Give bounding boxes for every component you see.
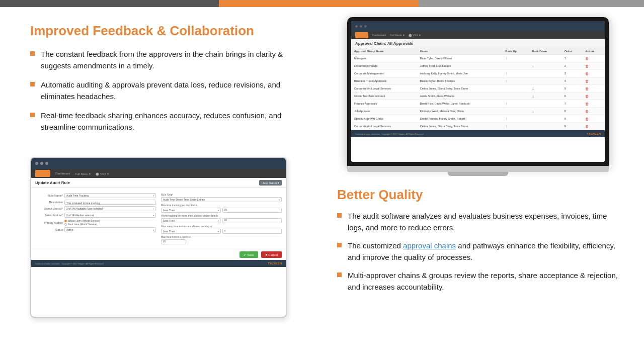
delete-icon[interactable]: 🗑 (585, 57, 589, 60)
if-time-value[interactable]: 60 (222, 218, 282, 223)
approval-chains-link[interactable]: approval chains (403, 241, 456, 250)
radio-item-1[interactable]: Wilson Jerry (World Service) (64, 219, 100, 222)
cell-rankup (502, 62, 529, 70)
window-dot (40, 162, 43, 165)
cell-action: 🗑 (582, 77, 605, 85)
save-button[interactable]: ✔ Save (239, 251, 258, 258)
cell-rankup: ↑ (502, 77, 529, 85)
max-time-row: Max time tracking per day limit is Less … (161, 204, 282, 213)
how-many-condition[interactable]: Less Then ▾ (161, 229, 221, 234)
list-item-text: The customized approval chains and pathw… (348, 240, 624, 263)
cell-order: 8 (561, 108, 582, 115)
cell-rankdown (529, 115, 561, 123)
radio-item-2[interactable]: Paul Lena (World Service) (64, 223, 100, 226)
cancel-button[interactable]: ✖ Cancel (261, 251, 282, 258)
delete-icon[interactable]: 🗑 (585, 110, 589, 113)
primary-auditor-row: Primary Auditor Wilson Jerry (World Serv… (35, 219, 156, 226)
how-many-value[interactable]: 4 (222, 229, 282, 234)
delete-icon[interactable]: 🗑 (585, 117, 589, 121)
delete-icon[interactable]: 🗑 (585, 102, 589, 106)
description-row: Description This is related to time trac… (35, 200, 156, 205)
left-column: Improved Feedback & Collaboration The co… (0, 7, 322, 362)
max-hour-value[interactable]: 20 (161, 239, 186, 244)
if-time-row: If time tracking on more then allowed pr… (161, 214, 282, 223)
rule-type-row: Rule Type* Audit Time Sheet/ Time Sheet … (161, 193, 282, 202)
user-guide-button[interactable]: User Guide ▾ (259, 180, 282, 186)
if-time-label: If time tracking on more then allowed pr… (161, 214, 218, 217)
top-bar (0, 0, 644, 7)
rank-down-icon[interactable]: ↓ (532, 86, 534, 91)
delete-icon[interactable]: 🗑 (585, 72, 589, 75)
cell-users: Adele Smith, Alena Williams (417, 93, 503, 100)
rule-type-select[interactable]: Audit Time Sheet/ Time Sheet Entries ▾ (161, 197, 282, 202)
rank-up-icon[interactable]: ↑ (505, 79, 507, 83)
audit-rule-screen: Dashboard Full Menu ▾ ⬤ VXX ▾ Update Aud… (30, 157, 287, 318)
list-item-text: Real-time feedback sharing enhances accu… (41, 110, 298, 133)
max-time-value[interactable]: 15 (222, 208, 282, 213)
radio-label: Wilson Jerry (World Service) (68, 219, 100, 222)
select-auditor-row: Select Auditor* 2 of 184 Auditor selecte… (35, 213, 156, 218)
cell-order: 6 (561, 93, 582, 100)
max-time-condition[interactable]: Less Than ▾ (161, 208, 221, 213)
delete-icon[interactable]: 🗑 (585, 87, 589, 90)
max-time-label: Max time tracking per day limit is (161, 204, 198, 207)
if-time-condition[interactable]: Less Then ▾ (161, 218, 221, 223)
dropdown-arrow-icon: ▾ (153, 214, 154, 217)
col-header-rankdown: Rank Down (529, 48, 561, 55)
status-select[interactable]: Active ▾ (64, 227, 156, 232)
delete-icon[interactable]: 🗑 (585, 64, 589, 68)
form-right-col: Rule Type* Audit Time Sheet/ Time Sheet … (161, 193, 282, 246)
rule-name-input[interactable]: Audit Time Tracking ▾ (64, 193, 156, 198)
rank-down-icon[interactable]: ↓ (532, 64, 534, 68)
rank-down-icon[interactable]: ↓ (532, 109, 534, 114)
select-users-row: Select User(s)* 2 of 146 Auditable User … (35, 206, 156, 211)
rank-up-icon[interactable]: ↑ (505, 124, 507, 129)
rank-up-icon[interactable]: ↑ (505, 102, 507, 106)
list-item: Multi-approver chains & groups review th… (337, 270, 624, 293)
list-item-text: The constant feedback from the approvers… (41, 49, 298, 71)
col-header-order: Order (561, 48, 582, 55)
table-row: Managers Brian Tyler, Danny Elfman ↑ 1 🗑 (351, 55, 605, 62)
cell-group: Managers (351, 55, 417, 62)
description-label: Description (35, 201, 63, 204)
table-row: Corporate And Legal Services Celina Jone… (351, 85, 605, 93)
table-row: Business Travel Approvals Basila Taylor,… (351, 77, 605, 85)
nav-logo (355, 32, 368, 38)
window-dot (35, 162, 38, 165)
how-many-inputs: Less Then ▾ 4 (161, 229, 282, 234)
cell-action: 🗑 (582, 123, 605, 130)
approval-table: Approval Group Name Users Rank Up Rank D… (351, 48, 605, 130)
select-auditor-label: Select Auditor* (35, 214, 63, 217)
cell-users: Brent Rice, David Webb, Janet Roebuck (417, 100, 503, 108)
description-input[interactable]: This is related to time tracking. (64, 200, 156, 205)
select-users-input[interactable]: 2 of 146 Auditable User selected ▾ (64, 206, 156, 211)
right-column: Dashboard Full Menu ▾ ⬤ VXX ▾ Approval C… (322, 7, 644, 362)
cell-action: 🗑 (582, 55, 605, 62)
cell-users: Daniel Francis, Harley Smith, Robert (417, 115, 503, 123)
window-dot (45, 162, 48, 165)
select-users-value: 2 of 146 Auditable User selected (66, 207, 103, 210)
dropdown-arrow-icon: ▾ (218, 230, 219, 233)
bullet-icon (337, 273, 342, 277)
rank-up-icon[interactable]: ↑ (505, 56, 507, 61)
delete-icon[interactable]: 🗑 (585, 79, 589, 83)
rank-down-icon[interactable]: ↓ (532, 94, 534, 99)
cell-rankdown (529, 55, 561, 62)
cell-rankup: ↑ (502, 70, 529, 77)
cell-action: 🗑 (582, 85, 605, 93)
nav-menu-item: Full Menu ▾ (75, 172, 91, 175)
dropdown-arrow-icon: ▾ (153, 229, 154, 231)
select-auditor-input[interactable]: 2 of 184 Auditor selected ▾ (64, 213, 156, 218)
delete-icon[interactable]: 🗑 (585, 95, 589, 98)
cell-rankup: ↑ (502, 123, 529, 130)
cell-rankdown: ↓ (529, 85, 561, 93)
rank-up-icon[interactable]: ↑ (505, 117, 507, 121)
screen-nav-bar: Dashboard Full Menu ▾ ⬤ VXX ▾ (31, 169, 286, 178)
better-quality-section: Better Quality The audit software analyz… (332, 187, 624, 300)
table-row: Corporate And Legal Services Celina Jone… (351, 123, 605, 130)
delete-icon[interactable]: 🗑 (585, 125, 589, 128)
rank-up-icon[interactable]: ↑ (505, 71, 507, 76)
cell-users: Celina Jones, Gloria Berry, Josie Stone (417, 123, 503, 130)
laptop-mockup: Dashboard Full Menu ▾ ⬤ VXX ▾ Approval C… (347, 17, 609, 176)
top-bar-segment-3 (419, 0, 644, 7)
